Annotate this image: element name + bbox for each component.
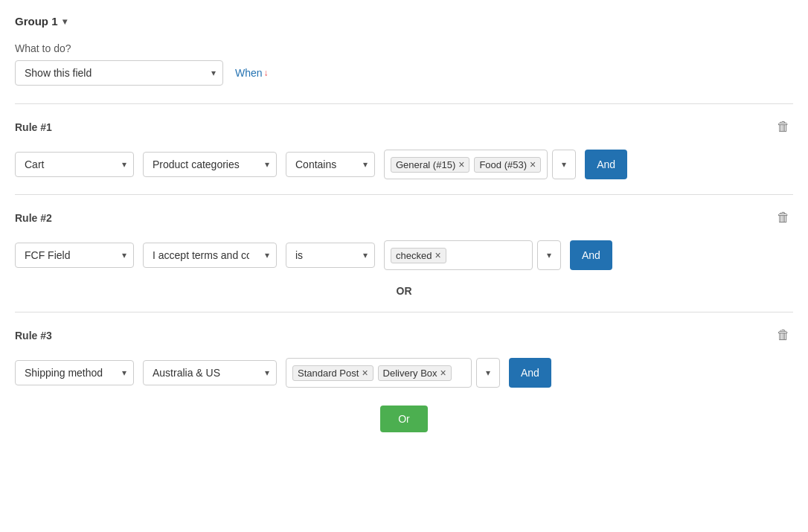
rule-3-tags-dropdown-button[interactable]: ▾ (476, 358, 500, 388)
group-header[interactable]: Group 1 ▾ (15, 15, 793, 28)
what-to-do-section: What to do? Show this field Hide this fi… (15, 42, 793, 86)
rule-2-condition-select[interactable]: Product categories I accept terms and co… (143, 243, 277, 268)
or-divider: OR (15, 285, 793, 297)
rule-1-condition-select[interactable]: Product categories I accept terms and co… (143, 152, 277, 177)
rule-3-tag-standard-post-remove[interactable]: × (362, 368, 368, 378)
group-label: Group 1 (15, 15, 58, 28)
rule-1-title: Rule #1 (15, 121, 52, 133)
rule-1-field-select[interactable]: Cart FCF Field Shipping method (15, 152, 134, 177)
or-button[interactable]: Or (380, 406, 428, 432)
rule-3-tag-standard-post: Standard Post × (292, 365, 373, 381)
when-arrow-icon: ↓ (264, 68, 269, 78)
rule-3-tag-delivery-box: Delivery Box × (378, 365, 452, 381)
action-select-wrapper: Show this field Hide this field ▾ (15, 60, 223, 86)
what-to-do-row: Show this field Hide this field ▾ When ↓ (15, 60, 793, 86)
rule-1-tags-area: General (#15) × Food (#53) × ▾ (384, 150, 576, 179)
rule-1-tags-container: General (#15) × Food (#53) × (384, 150, 548, 179)
rule-3-and-button[interactable]: And (509, 358, 551, 388)
rule-2-delete-button[interactable]: 🗑 (774, 207, 793, 228)
rule-2-operator-select[interactable]: Contains is is not (286, 243, 375, 268)
rule-1-condition-wrapper: Product categories I accept terms and co… (143, 152, 277, 177)
rule-2-condition-wrapper: Product categories I accept terms and co… (143, 243, 277, 268)
rule-1-tag-food: Food (#53) × (474, 157, 541, 173)
rule-2-tags-dropdown-button[interactable]: ▾ (537, 240, 561, 270)
rule-2-field-select[interactable]: Cart FCF Field Shipping method (15, 243, 134, 268)
rule-3-tags-area: Standard Post × Delivery Box × ▾ (286, 358, 500, 388)
what-to-do-label: What to do? (15, 42, 793, 54)
rule-3-field-select[interactable]: Cart FCF Field Shipping method (15, 360, 134, 385)
rule-1-section: Rule #1 🗑 Cart FCF Field Shipping method… (15, 103, 793, 179)
rule-2-field-wrapper: Cart FCF Field Shipping method ▾ (15, 243, 134, 268)
rule-3-field-wrapper: Cart FCF Field Shipping method ▾ (15, 360, 134, 385)
action-select[interactable]: Show this field Hide this field (15, 60, 223, 86)
rule-3-tag-delivery-box-label: Delivery Box (383, 368, 437, 379)
rule-1-tag-food-remove[interactable]: × (530, 159, 536, 170)
rule-2-row: Cart FCF Field Shipping method ▾ Product… (15, 240, 793, 270)
rule-1-operator-select[interactable]: Contains is is not (286, 152, 375, 177)
rule-3-tag-delivery-box-remove[interactable]: × (440, 368, 446, 378)
rule-1-header: Rule #1 🗑 (15, 116, 793, 138)
rule-1-tag-general: General (#15) × (391, 157, 469, 173)
rule-3-tag-standard-post-label: Standard Post (298, 368, 359, 379)
group-chevron-icon: ▾ (62, 16, 67, 27)
rule-1-delete-button[interactable]: 🗑 (774, 116, 793, 138)
rule-1-field-wrapper: Cart FCF Field Shipping method ▾ (15, 152, 134, 177)
rule-1-row: Cart FCF Field Shipping method ▾ Product… (15, 150, 793, 179)
rule-3-condition-select[interactable]: Product categories I accept terms and co… (143, 360, 277, 385)
rule-1-tag-general-label: General (#15) (396, 159, 455, 170)
rule-3-section: Rule #3 🗑 Cart FCF Field Shipping method… (15, 312, 793, 388)
rule-3-header: Rule #3 🗑 (15, 324, 793, 346)
rule-2-title: Rule #2 (15, 212, 52, 224)
rule-2-section: Rule #2 🗑 Cart FCF Field Shipping method… (15, 194, 793, 270)
rule-2-and-button[interactable]: And (570, 240, 612, 270)
rule-2-tag-checked-label: checked (396, 250, 432, 261)
rule-2-header: Rule #2 🗑 (15, 207, 793, 228)
rule-1-and-button[interactable]: And (585, 150, 627, 179)
rule-3-tags-container: Standard Post × Delivery Box × (286, 358, 472, 388)
rule-2-operator-wrapper: Contains is is not ▾ (286, 243, 375, 268)
when-link[interactable]: When ↓ (235, 67, 269, 79)
rule-1-tag-general-remove[interactable]: × (458, 159, 464, 170)
or-btn-container: Or (15, 406, 793, 432)
rule-3-row: Cart FCF Field Shipping method ▾ Product… (15, 358, 793, 388)
rule-2-tags-area: checked × ▾ (384, 240, 561, 270)
rule-1-tags-dropdown-button[interactable]: ▾ (552, 150, 576, 179)
rule-2-tag-checked: checked × (391, 248, 446, 263)
when-label: When (235, 67, 263, 79)
rule-3-condition-wrapper: Product categories I accept terms and co… (143, 360, 277, 385)
rule-2-tag-checked-remove[interactable]: × (435, 250, 440, 260)
rule-1-tag-food-label: Food (#53) (479, 159, 527, 170)
rule-3-title: Rule #3 (15, 330, 52, 342)
rule-3-delete-button[interactable]: 🗑 (774, 324, 793, 346)
rule-1-operator-wrapper: Contains is is not ▾ (286, 152, 375, 177)
rule-2-tags-container: checked × (384, 240, 533, 270)
